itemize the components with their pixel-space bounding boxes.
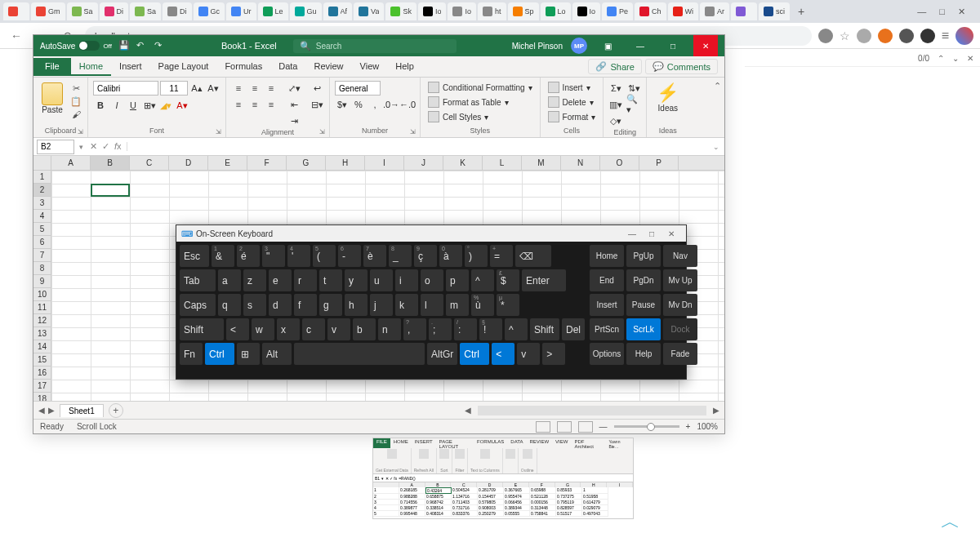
osk-close[interactable]: ✕ xyxy=(662,229,681,238)
osk-key[interactable]: Alt xyxy=(262,343,292,365)
zoom-in-button[interactable]: + xyxy=(686,422,691,431)
format-as-table-button[interactable]: Format as Table ▾ xyxy=(425,96,535,109)
browser-tab[interactable]: Sp xyxy=(508,2,539,20)
bookmark-icon[interactable]: ☆ xyxy=(840,29,850,42)
osk-key[interactable]: End xyxy=(590,269,624,291)
ribbon-tab-file[interactable]: File xyxy=(33,58,71,76)
osk-key[interactable]: i xyxy=(395,269,418,291)
browser-tab[interactable]: Sa xyxy=(67,2,98,20)
back-button[interactable]: ← xyxy=(7,26,26,46)
browser-tab[interactable]: Ar xyxy=(700,2,729,20)
browser-tab[interactable]: Pe xyxy=(602,2,633,20)
osk-key[interactable]: Home xyxy=(590,245,624,267)
osk-key[interactable]: /: xyxy=(454,318,477,340)
browser-tab[interactable]: Io xyxy=(572,2,601,20)
osk-key[interactable]: q xyxy=(218,294,241,316)
zoom-out-button[interactable]: — xyxy=(599,422,608,431)
profile-avatar[interactable] xyxy=(956,27,973,45)
selected-cell[interactable] xyxy=(91,184,130,197)
osk-key[interactable]: 8_ xyxy=(389,245,412,267)
autosave-toggle[interactable]: AutoSave Off xyxy=(40,41,112,51)
row-header[interactable]: 15 xyxy=(33,353,51,367)
row-header[interactable]: 16 xyxy=(33,367,51,380)
merge-center-icon[interactable]: ⊟▾ xyxy=(310,97,324,112)
osk-key[interactable]: w xyxy=(252,318,274,340)
sheet-nav-prev[interactable]: ◀ xyxy=(38,406,45,415)
browser-tab[interactable]: sci xyxy=(759,2,790,20)
dialog-launcher[interactable]: ⇲ xyxy=(216,128,224,136)
extension-icon[interactable] xyxy=(920,29,935,43)
row-header[interactable]: 10 xyxy=(33,288,51,301)
zoom-level[interactable]: 100% xyxy=(697,422,718,431)
add-sheet-button[interactable]: + xyxy=(109,403,123,418)
clear-icon[interactable]: ◇▾ xyxy=(608,113,623,128)
accounting-icon[interactable]: $▾ xyxy=(335,97,350,112)
osk-key[interactable]: AltGr xyxy=(427,343,457,365)
border-button[interactable]: ⊞▾ xyxy=(142,98,157,113)
column-header[interactable]: M xyxy=(522,156,561,170)
osk-minimize[interactable]: — xyxy=(622,229,642,238)
osk-key[interactable]: Caps xyxy=(180,294,216,316)
column-header[interactable]: C xyxy=(130,156,169,170)
search-input[interactable] xyxy=(316,42,450,51)
ribbon-tab-data[interactable]: Data xyxy=(270,58,305,76)
browser-tab[interactable] xyxy=(731,2,757,20)
osk-key[interactable]: £$ xyxy=(497,269,519,291)
menu-icon[interactable]: ≡ xyxy=(942,29,949,43)
osk-key[interactable]: Enter xyxy=(522,269,566,291)
row-header[interactable]: 4 xyxy=(33,210,51,223)
osk-key[interactable]: f xyxy=(294,294,317,316)
page-break-view-button[interactable] xyxy=(578,421,593,433)
browser-tab[interactable]: Wi xyxy=(668,2,699,20)
osk-key[interactable]: 5( xyxy=(313,245,336,267)
osk-key[interactable]: ⊞ xyxy=(237,343,260,365)
collapse-ribbon-button[interactable]: ⌃ xyxy=(710,78,724,137)
page-layout-view-button[interactable] xyxy=(557,421,572,433)
browser-tab[interactable]: Sk xyxy=(385,2,416,20)
osk-key[interactable]: x xyxy=(277,318,300,340)
format-cells-button[interactable]: Format ▾ xyxy=(546,110,599,123)
fill-icon[interactable]: ▥▾ xyxy=(608,97,623,112)
osk-key[interactable]: .; xyxy=(429,318,452,340)
osk-key[interactable]: < xyxy=(492,343,514,365)
new-tab-button[interactable]: + xyxy=(791,3,811,20)
row-header[interactable]: 2 xyxy=(33,184,51,197)
dialog-launcher[interactable]: ⇲ xyxy=(410,128,418,136)
close-button[interactable]: ✕ xyxy=(958,7,965,17)
browser-tab[interactable] xyxy=(3,2,29,20)
osk-key[interactable]: e xyxy=(269,269,292,291)
osk-key[interactable]: v xyxy=(327,318,350,340)
browser-tab[interactable]: Lo xyxy=(541,2,571,20)
cell-styles-button[interactable]: Cell Styles ▾ xyxy=(425,110,535,123)
osk-key[interactable]: %ù xyxy=(471,294,494,316)
dialog-launcher[interactable]: ⇲ xyxy=(78,128,86,136)
row-header[interactable]: 18 xyxy=(33,393,51,401)
percent-icon[interactable]: % xyxy=(351,97,366,112)
save-icon[interactable]: 💾 xyxy=(118,40,130,51)
conditional-formatting-button[interactable]: Conditional Formatting ▾ xyxy=(425,81,535,94)
scroll-to-top-button[interactable]: ︿ xyxy=(938,509,964,535)
osk-key[interactable]: Help xyxy=(626,343,661,365)
row-header[interactable]: 17 xyxy=(33,380,51,393)
column-header[interactable]: A xyxy=(51,156,91,170)
format-painter-icon[interactable]: 🖌 xyxy=(69,109,82,120)
italic-button[interactable]: I xyxy=(109,98,124,113)
osk-key[interactable]: j xyxy=(370,294,393,316)
browser-tab[interactable]: ht xyxy=(478,2,506,20)
dec-decimal-icon[interactable]: ←.0 xyxy=(400,97,415,112)
browser-tab[interactable]: Io xyxy=(448,2,476,20)
extension-icon[interactable] xyxy=(857,29,871,43)
osk-key[interactable]: z xyxy=(243,269,266,291)
column-header[interactable]: I xyxy=(365,156,404,170)
osk-key[interactable]: o xyxy=(421,269,443,291)
user-avatar[interactable]: MP xyxy=(571,38,587,54)
column-header[interactable]: E xyxy=(208,156,247,170)
align-top-icon[interactable]: ≡ xyxy=(231,81,246,96)
osk-key[interactable]: Fade xyxy=(663,343,697,365)
osk-key[interactable]: Mv Dn xyxy=(663,294,697,316)
osk-key[interactable]: Mv Up xyxy=(663,269,697,291)
osk-key[interactable]: l xyxy=(421,294,443,316)
osk-key[interactable]: PgDn xyxy=(626,269,661,291)
osk-key[interactable] xyxy=(294,343,425,365)
column-header[interactable]: L xyxy=(483,156,522,170)
